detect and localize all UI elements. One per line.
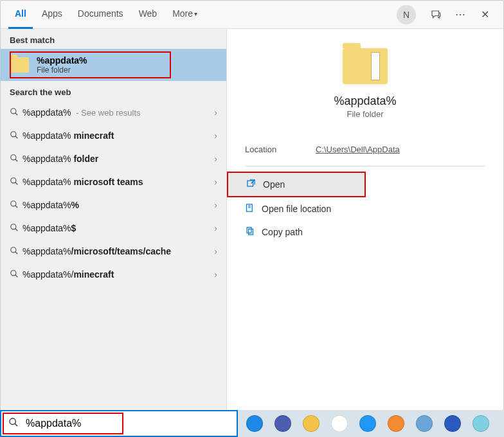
web-suggestion[interactable]: %appdata%$› <box>1 217 226 240</box>
suggestions-list: %appdata% - See web results›%appdata% mi… <box>1 101 226 286</box>
tab-all[interactable]: All <box>8 1 33 29</box>
action-copy-path[interactable]: Copy path <box>227 220 503 244</box>
file-location-icon <box>245 203 262 215</box>
web-suggestion[interactable]: %appdata% microsoft teams› <box>1 170 226 193</box>
svg-rect-10 <box>247 227 251 233</box>
svg-point-7 <box>11 270 16 275</box>
chevron-right-icon: › <box>214 269 217 280</box>
svg-point-0 <box>11 108 16 113</box>
preview-panel: %appdata% File folder Location C:\Users\… <box>227 29 503 436</box>
open-icon <box>246 179 263 190</box>
taskbar-app[interactable] <box>327 411 352 436</box>
tabs-row: All Apps Documents Web More▾ N ⋯ ✕ <box>1 1 503 29</box>
action-open[interactable]: Open <box>228 173 364 196</box>
results-panel: Best match %appdata% File folder Search … <box>1 29 227 436</box>
search-icon <box>1 417 26 430</box>
svg-point-6 <box>11 247 16 252</box>
divider <box>245 166 485 166</box>
preview-title: %appdata% <box>227 94 503 108</box>
copy-icon <box>245 226 262 238</box>
location-link[interactable]: C:\Users\Dell\AppData <box>316 145 400 154</box>
body: Best match %appdata% File folder Search … <box>1 29 503 436</box>
suggestion-text: %appdata%/minecraft <box>22 269 214 280</box>
app-icon <box>303 415 320 432</box>
svg-point-3 <box>11 177 16 183</box>
location-row: Location C:\Users\Dell\AppData <box>227 138 503 161</box>
action-open-location-label: Open file location <box>262 204 331 214</box>
feedback-icon[interactable] <box>428 6 444 23</box>
location-label: Location <box>245 145 316 154</box>
taskbar-app[interactable] <box>242 411 267 436</box>
best-match-result[interactable]: %appdata% File folder <box>1 49 226 81</box>
web-suggestion[interactable]: %appdata%/minecraft› <box>1 263 226 286</box>
svg-point-12 <box>10 418 15 424</box>
web-suggestion[interactable]: %appdata% minecraft› <box>1 124 226 147</box>
svg-point-1 <box>11 131 16 136</box>
search-value: %appdata% <box>26 418 237 429</box>
app-icon <box>444 415 461 432</box>
taskbar-app[interactable] <box>383 411 409 436</box>
preview-subtitle: File folder <box>227 109 503 119</box>
svg-rect-11 <box>249 229 253 235</box>
taskbar-app[interactable] <box>270 411 296 436</box>
svg-point-4 <box>11 201 16 206</box>
svg-point-5 <box>11 224 16 229</box>
app-icon <box>274 415 291 432</box>
taskbar-app[interactable] <box>298 411 324 436</box>
action-copy-path-label: Copy path <box>262 227 303 237</box>
search-icon <box>10 200 22 211</box>
suggestion-text: %appdata%/microsoft/teams/cache <box>22 246 214 256</box>
taskbar-app[interactable] <box>355 411 381 436</box>
taskbar-app[interactable] <box>440 411 465 436</box>
chevron-right-icon: › <box>214 223 217 233</box>
action-open-location[interactable]: Open file location <box>227 197 503 220</box>
web-suggestion[interactable]: %appdata% - See web results› <box>1 101 226 124</box>
best-match-label: Best match <box>1 29 226 49</box>
tab-more[interactable]: More▾ <box>166 1 204 29</box>
chevron-right-icon: › <box>214 154 217 164</box>
annotation-box: Open <box>227 172 366 197</box>
app-icon <box>388 415 404 432</box>
search-window: All Apps Documents Web More▾ N ⋯ ✕ Best … <box>0 0 504 437</box>
folder-icon <box>10 57 29 73</box>
web-suggestion[interactable]: %appdata%%› <box>1 193 226 217</box>
chevron-right-icon: › <box>214 177 217 187</box>
taskbar-app[interactable] <box>468 411 494 436</box>
action-open-label: Open <box>263 179 285 190</box>
web-suggestion[interactable]: %appdata% folder› <box>1 147 226 170</box>
web-suggestion[interactable]: %appdata%/microsoft/teams/cache› <box>1 240 226 263</box>
svg-rect-8 <box>248 181 253 186</box>
folder-icon <box>343 48 388 84</box>
more-options-icon[interactable]: ⋯ <box>452 6 469 23</box>
chevron-right-icon: › <box>214 107 217 118</box>
best-match-subtitle: File folder <box>37 66 87 75</box>
tab-documents[interactable]: Documents <box>71 1 130 29</box>
chevron-right-icon: › <box>214 130 217 141</box>
tab-more-label: More <box>172 8 193 19</box>
tab-apps[interactable]: Apps <box>35 1 69 29</box>
taskbar <box>238 410 504 437</box>
app-icon <box>416 415 433 432</box>
search-icon <box>10 177 22 188</box>
user-avatar[interactable]: N <box>397 5 416 24</box>
suggestion-text: %appdata% microsoft teams <box>22 177 214 187</box>
search-icon <box>10 154 22 165</box>
chevron-down-icon: ▾ <box>194 10 197 17</box>
app-icon <box>359 415 376 432</box>
suggestion-text: %appdata%% <box>22 200 214 210</box>
search-web-label: Search the web <box>1 81 226 101</box>
chevron-right-icon: › <box>214 200 217 210</box>
search-icon <box>10 223 22 234</box>
best-match-title: %appdata% <box>37 55 87 66</box>
suggestion-text: %appdata% minecraft <box>22 130 214 141</box>
suggestion-text: %appdata% - See web results <box>22 107 214 118</box>
close-icon[interactable]: ✕ <box>476 6 493 23</box>
search-box[interactable]: %appdata% <box>0 410 238 437</box>
taskbar-app[interactable] <box>411 411 437 436</box>
tab-web[interactable]: Web <box>132 1 164 29</box>
suggestion-text: %appdata% folder <box>22 154 214 164</box>
app-icon <box>473 415 489 432</box>
search-icon <box>10 130 22 141</box>
search-icon <box>10 246 22 257</box>
annotation-box <box>10 51 171 78</box>
